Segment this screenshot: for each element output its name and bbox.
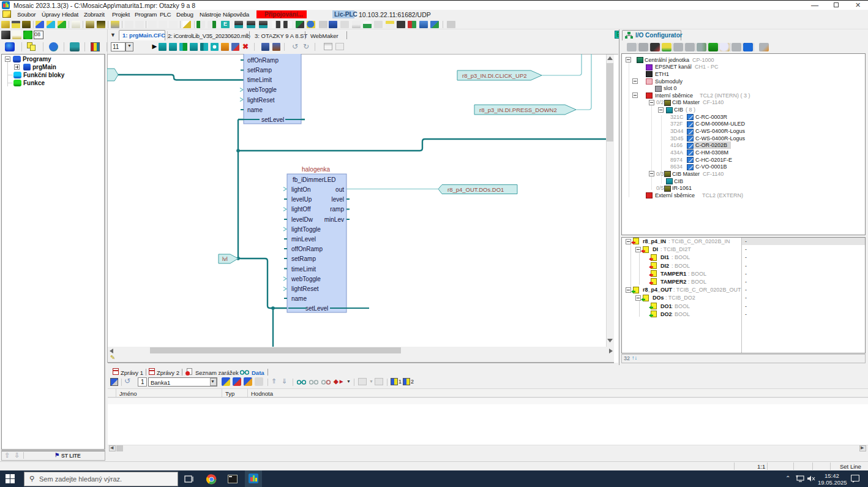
svg-text:out: out [335, 186, 344, 193]
svg-text:r8_p4_OUT.DOs.DO1: r8_p4_OUT.DOs.DO1 [447, 186, 504, 193]
svg-text:level: level [331, 196, 344, 203]
svg-text:timeLimit: timeLimit [247, 77, 272, 83]
svg-text:lightReset: lightReset [291, 285, 319, 292]
svg-text:name: name [291, 295, 307, 302]
svg-text:lvl: lvl [222, 255, 228, 262]
svg-text:lightOff: lightOff [291, 206, 311, 213]
svg-text:lightReset: lightReset [247, 97, 275, 104]
svg-text:setRamp: setRamp [247, 67, 272, 74]
svg-text:levelUp: levelUp [291, 196, 312, 203]
svg-text:setLevel: setLevel [305, 305, 328, 312]
svg-text:levelDw: levelDw [291, 216, 313, 223]
svg-text:name: name [247, 107, 263, 113]
svg-text:lightOn: lightOn [291, 186, 311, 193]
svg-text:halogenka: halogenka [302, 166, 331, 173]
svg-text:r8_p3_IN.DI.CLICK_UP2: r8_p3_IN.DI.CLICK_UP2 [462, 72, 527, 79]
svg-text:offOnRamp: offOnRamp [247, 57, 279, 64]
svg-text:ramp: ramp [330, 206, 344, 213]
svg-text:setRamp: setRamp [291, 255, 316, 262]
svg-text:webToggle: webToggle [291, 276, 321, 282]
svg-text:offOnRamp: offOnRamp [291, 246, 323, 252]
svg-text:fb_iDimmerLED: fb_iDimmerLED [293, 176, 336, 183]
svg-text:r8_p3_IN.DI.PRESS_DOWN2: r8_p3_IN.DI.PRESS_DOWN2 [479, 107, 557, 113]
svg-text:minLev: minLev [324, 216, 344, 223]
svg-text:setLevel: setLevel [261, 116, 284, 123]
svg-text:webToggle: webToggle [247, 86, 277, 93]
svg-text:lightToggle: lightToggle [291, 226, 321, 233]
svg-text:timeLimit: timeLimit [291, 266, 316, 273]
svg-text:minLevel: minLevel [291, 236, 316, 243]
